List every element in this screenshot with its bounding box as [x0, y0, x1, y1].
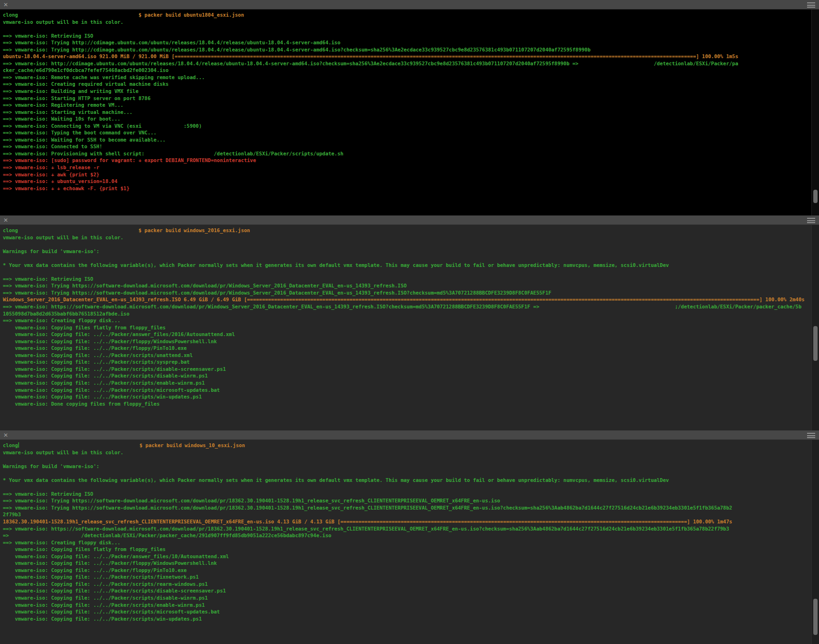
terminal-output[interactable]: clong $ packer build ubuntu1804_esxi.jso… [0, 10, 811, 215]
scrollbar[interactable] [811, 10, 819, 215]
scrollbar-thumb[interactable] [813, 190, 818, 203]
scrollbar[interactable] [811, 440, 819, 644]
terminal-line: vmware-iso: Copying file: ../../Packer/s… [3, 594, 811, 602]
menu-icon[interactable] [807, 218, 815, 223]
terminal-line: ==> vmware-iso: + lsb_release -r [3, 164, 811, 171]
terminal-text: vmware-iso: Copying file: ../../Packer/f… [3, 560, 217, 566]
terminal-line [3, 241, 811, 248]
terminal-text: vmware-iso: Copying files flatly from fl… [3, 325, 165, 330]
terminal-line: vmware-iso: Copying file: ../../Packer/s… [3, 581, 811, 588]
terminal-text: vmware-iso: Copying files flatly from fl… [3, 546, 165, 552]
terminal-text: clong [3, 12, 18, 18]
terminal-text: Warnings for build 'vmware-iso': [3, 463, 99, 469]
terminal-text: ==> vmware-iso: Waiting 10s for boot... [3, 116, 121, 122]
terminal-text: vmware-iso: Copying file: ../../Packer/s… [3, 373, 208, 378]
terminal-line: ==> vmware-iso: Connected to SSH! [3, 143, 811, 150]
terminal-text: ==> vmware-iso: Creating floppy disk... [3, 540, 121, 545]
scrollbar[interactable] [811, 225, 819, 430]
terminal-text: 18362.30.190401-1528.19h1_release_svc_re… [3, 519, 340, 524]
terminal-text: vmware-iso: Copying file: ../../Packer/s… [3, 581, 208, 587]
terminal-line: ==> vmware-iso: Trying https://software-… [3, 282, 811, 289]
terminal-text: vmware-iso: Copying file: ../../Packer/f… [3, 345, 187, 351]
terminal-line: ==> vmware-iso: https://software-downloa… [3, 525, 811, 532]
terminal-text: vmware-iso: Copying file: ../../Packer/s… [3, 588, 226, 593]
terminal-text: ========================================… [247, 296, 759, 302]
terminal-line [3, 470, 811, 477]
terminal-line: ==> vmware-iso: Building and writing VMX… [3, 88, 811, 95]
terminal-line: vmware-iso: Copying file: ../../Packer/s… [3, 587, 811, 594]
terminal-line: vmware-iso: Copying file: ../../Packer/s… [3, 358, 811, 366]
terminal-text: ==> vmware-iso: Trying http://cdimage.ub… [3, 40, 340, 45]
terminal-text: Warnings for build 'vmware-iso': [3, 248, 99, 254]
terminal-line: ==> vmware-iso: Waiting for SSH to becom… [3, 136, 811, 143]
terminal-line: * Your vmx data contains the following v… [3, 477, 811, 484]
close-icon[interactable]: ✕ [3, 216, 8, 224]
pane-titlebar[interactable]: ✕ [0, 430, 819, 440]
terminal-text: ==> vmware-iso: Creating floppy disk... [3, 317, 121, 323]
pane-titlebar[interactable]: ✕ [0, 0, 819, 10]
terminal-text: ==> vmware-iso: Connecting to VM via VNC… [3, 123, 202, 129]
terminal-text: $ packer build windows_2016_esxi.json [18, 227, 250, 233]
terminal-text: ==> vmware-iso: https://software-downloa… [3, 304, 801, 309]
menu-icon[interactable] [807, 2, 815, 8]
terminal-text: vmware-iso output will be in this color. [3, 19, 123, 25]
terminal-line: => /detectionlab/ESXi/Packer/packer_cach… [3, 532, 811, 539]
terminal-line: ==> vmware-iso: Retrieving ISO [3, 491, 811, 498]
terminal-line: vmware-iso output will be in this color. [3, 19, 811, 26]
terminal-line: vmware-iso: Copying file: ../../Packer/s… [3, 379, 811, 387]
close-icon[interactable]: ✕ [3, 1, 8, 9]
scrollbar-thumb[interactable] [813, 599, 818, 635]
terminal-text: ==> vmware-iso: http://cdimage.ubuntu.co… [3, 61, 738, 66]
terminal-text: ubuntu-18.04.4-server-amd64.iso 921.00 M… [3, 53, 174, 59]
terminal-text: vmware-iso: Copying file: ../../Packer/s… [3, 595, 208, 601]
terminal-text: ] 100.00% 1m47s [687, 519, 732, 524]
terminal-text: ==> vmware-iso: Building and writing VMX… [3, 88, 138, 94]
terminal-text: ==> vmware-iso: Starting virtual machine… [3, 109, 133, 115]
terminal-text: clong [3, 442, 18, 448]
terminal-line: ==> vmware-iso: Trying https://software-… [3, 504, 811, 511]
terminal-line: ==> vmware-iso: Retrieving ISO [3, 276, 811, 283]
terminal-line [3, 25, 811, 32]
terminal-text: * Your vmx data contains the following v… [3, 262, 669, 268]
terminal-text: ==> vmware-iso: Remote cache was verifie… [3, 74, 205, 80]
terminal-line: ==> vmware-iso: Trying http://cdimage.ub… [3, 39, 811, 46]
terminal-text: vmware-iso: Copying file: ../../Packer/f… [3, 338, 217, 344]
terminal-line: ==> vmware-iso: Creating required virtua… [3, 81, 811, 88]
terminal-line: vmware-iso: Done copying files from flop… [3, 400, 811, 408]
terminal-line [3, 268, 811, 276]
terminal-output[interactable]: clong $ packer build windows_10_esxi.jso… [0, 440, 811, 644]
terminal-line: ==> vmware-iso: Creating floppy disk... [3, 539, 811, 546]
terminal-text: 2f79b3 [3, 511, 21, 517]
terminal-line: vmware-iso: Copying files flatly from fl… [3, 546, 811, 553]
terminal-text: ==> vmware-iso: Provisioning with shell … [3, 151, 343, 156]
terminal-line: ==> vmware-iso: Provisioning with shell … [3, 150, 811, 157]
terminal-text: ==> vmware-iso: + ubuntu_version=18.04 [3, 178, 117, 184]
scrollbar-thumb[interactable] [813, 326, 818, 361]
terminal-text: ==> vmware-iso: Retrieving ISO [3, 33, 93, 39]
terminal-line: ==> vmware-iso: Retrieving ISO [3, 32, 811, 40]
terminal-line: ==> vmware-iso: Registering remote VM... [3, 102, 811, 109]
terminal-line: vmware-iso output will be in this color. [3, 234, 811, 241]
terminal-line: ==> vmware-iso: + ubuntu_version=18.04 [3, 178, 811, 185]
terminal-text: vmware-iso: Copying file: ../../Packer/s… [3, 352, 193, 358]
close-icon[interactable]: ✕ [3, 431, 8, 439]
terminal-pane-windows-10: ✕ clong $ packer build windows_10_esxi.j… [0, 430, 819, 644]
menu-icon[interactable] [807, 433, 815, 438]
pane-titlebar[interactable]: ✕ [0, 215, 819, 225]
terminal-line: vmware-iso: Copying file: ../../Packer/a… [3, 553, 811, 560]
terminal-text: ==> vmware-iso: [sudo] password for vagr… [3, 157, 256, 163]
terminal-text: * Your vmx data contains the following v… [3, 477, 669, 483]
terminal-line: ==> vmware-iso: [sudo] password for vagr… [3, 157, 811, 164]
terminal-text: => /detectionlab/ESXi/Packer/packer_cach… [3, 532, 331, 538]
terminal-line: 2f79b3 [3, 511, 811, 518]
terminal-line: vmware-iso: Copying file: ../../Packer/s… [3, 366, 811, 373]
terminal-line: ==> vmware-iso: Typing the boot command … [3, 129, 811, 136]
terminal-output[interactable]: clong $ packer build windows_2016_esxi.j… [0, 225, 811, 430]
terminal-text: Windows_Server_2016_Datacenter_EVAL_en-u… [3, 296, 247, 302]
terminal-window: { "window": { "close_glyph": "✕" }, "col… [0, 0, 819, 644]
terminal-line: vmware-iso: Copying file: ../../Packer/s… [3, 387, 811, 394]
terminal-line: 18362.30.190401-1528.19h1_release_svc_re… [3, 518, 811, 525]
terminal-text: vmware-iso: Copying file: ../../Packer/f… [3, 567, 187, 573]
terminal-line: vmware-iso: Copying file: ../../Packer/s… [3, 372, 811, 379]
terminal-line: Windows_Server_2016_Datacenter_EVAL_en-u… [3, 296, 811, 303]
